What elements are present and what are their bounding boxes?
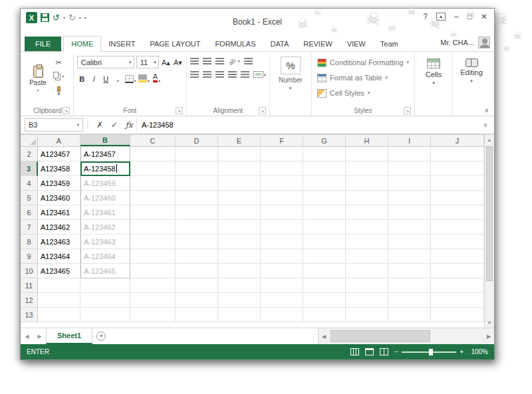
cell-B9[interactable]: A-123464 bbox=[80, 249, 130, 264]
name-box[interactable]: B3 ▾ bbox=[25, 118, 83, 132]
column-header-G[interactable]: G bbox=[303, 135, 346, 146]
cell-C12[interactable] bbox=[130, 293, 176, 308]
cell-C10[interactable] bbox=[130, 264, 176, 278]
cell-J12[interactable] bbox=[431, 293, 484, 308]
row-header-2[interactable]: 2 bbox=[21, 147, 38, 161]
wrap-text-button[interactable] bbox=[244, 58, 253, 64]
help-button[interactable]: ? bbox=[423, 12, 428, 21]
scroll-up-icon[interactable]: ▲ bbox=[485, 135, 494, 145]
normal-view-button[interactable] bbox=[350, 348, 359, 355]
row-header-11[interactable]: 11 bbox=[21, 278, 38, 293]
minimize-button[interactable]: – bbox=[454, 12, 459, 21]
tab-insert[interactable]: INSERT bbox=[101, 37, 142, 51]
cell-F2[interactable] bbox=[261, 147, 303, 161]
tab-split-handle[interactable]: ⋮ bbox=[310, 328, 318, 344]
cell-A11[interactable] bbox=[38, 278, 80, 293]
cell-D13[interactable] bbox=[176, 308, 218, 322]
enter-button[interactable]: ✓ bbox=[107, 118, 122, 132]
alignment-dialog-launcher[interactable]: ↘ bbox=[259, 107, 266, 114]
ribbon-display-options-button[interactable]: ▴ bbox=[436, 13, 446, 21]
cell-H11[interactable] bbox=[346, 278, 388, 293]
cell-A2[interactable]: A123457 bbox=[38, 147, 80, 161]
cell-D11[interactable] bbox=[176, 278, 218, 293]
cell-G6[interactable] bbox=[303, 205, 346, 220]
cell-G4[interactable] bbox=[303, 176, 346, 191]
cell-B3[interactable]: A-123458 bbox=[80, 161, 130, 176]
cell-J4[interactable] bbox=[431, 176, 484, 191]
cell-I13[interactable] bbox=[388, 308, 431, 322]
cell-G12[interactable] bbox=[303, 293, 346, 308]
cell-A7[interactable]: A123462 bbox=[38, 220, 80, 235]
cell-I2[interactable] bbox=[388, 147, 431, 161]
cell-B8[interactable]: A-123463 bbox=[80, 235, 130, 249]
cell-A6[interactable]: A123461 bbox=[38, 205, 80, 220]
tab-formulas[interactable]: FORMULAS bbox=[207, 37, 263, 51]
cell-I5[interactable] bbox=[388, 191, 431, 205]
select-all-corner[interactable] bbox=[21, 135, 38, 146]
cell-H7[interactable] bbox=[346, 220, 388, 235]
cell-G8[interactable] bbox=[303, 235, 346, 249]
cell-D12[interactable] bbox=[176, 293, 218, 308]
undo-dropdown-icon[interactable]: ▾ bbox=[63, 15, 65, 20]
cell-F5[interactable] bbox=[261, 191, 303, 205]
clipboard-dialog-launcher[interactable]: ↘ bbox=[63, 107, 70, 114]
decrease-font-button[interactable]: A▾ bbox=[173, 56, 183, 68]
cell-F12[interactable] bbox=[261, 293, 303, 308]
cell-B2[interactable]: A-123457 bbox=[80, 147, 130, 161]
increase-indent-button[interactable] bbox=[241, 71, 249, 78]
save-button[interactable] bbox=[41, 13, 49, 22]
account-area[interactable]: Mr. CHA... bbox=[440, 37, 494, 51]
row-header-9[interactable]: 9 bbox=[21, 249, 38, 264]
cell-G9[interactable] bbox=[303, 249, 346, 264]
cell-B4[interactable]: A-123459 bbox=[80, 176, 130, 191]
cell-J7[interactable] bbox=[431, 220, 484, 235]
cell-I4[interactable] bbox=[388, 176, 431, 191]
cell-H12[interactable] bbox=[346, 293, 388, 308]
cell-E8[interactable] bbox=[218, 235, 261, 249]
zoom-level[interactable]: 100% bbox=[469, 348, 488, 355]
underline-button[interactable]: U bbox=[101, 72, 111, 84]
cell-I3[interactable] bbox=[388, 161, 431, 176]
cell-E4[interactable] bbox=[218, 176, 261, 191]
tab-page-layout[interactable]: PAGE LAYOUT bbox=[142, 37, 207, 51]
borders-button[interactable]: ▾ bbox=[125, 72, 136, 84]
cell-F8[interactable] bbox=[261, 235, 303, 249]
cell-J11[interactable] bbox=[431, 278, 484, 293]
cell-H13[interactable] bbox=[346, 308, 388, 322]
cells-button[interactable]: Cells ▾ bbox=[418, 53, 449, 116]
italic-button[interactable]: I bbox=[89, 72, 99, 84]
styles-dialog-launcher[interactable]: ↘ bbox=[404, 107, 411, 114]
cell-I12[interactable] bbox=[388, 293, 431, 308]
cell-F11[interactable] bbox=[261, 278, 303, 293]
align-right-button[interactable] bbox=[215, 71, 224, 78]
cell-E5[interactable] bbox=[218, 191, 261, 205]
font-name-select[interactable]: Calibri ▾ bbox=[77, 56, 134, 68]
page-layout-view-button[interactable] bbox=[365, 348, 374, 355]
decrease-indent-button[interactable] bbox=[228, 71, 237, 78]
cell-I6[interactable] bbox=[388, 205, 431, 220]
zoom-out-button[interactable]: − bbox=[394, 348, 398, 355]
tab-data[interactable]: DATA bbox=[263, 37, 297, 51]
cell-C9[interactable] bbox=[130, 249, 176, 264]
cell-F3[interactable] bbox=[261, 161, 303, 176]
tab-review[interactable]: REVIEW bbox=[296, 37, 339, 51]
zoom-slider[interactable] bbox=[402, 351, 456, 353]
cell-D7[interactable] bbox=[176, 220, 218, 235]
cell-H6[interactable] bbox=[346, 205, 388, 220]
cell-F6[interactable] bbox=[261, 205, 303, 220]
previous-sheet-button[interactable]: ◀ bbox=[21, 328, 33, 344]
copy-button[interactable]: ▾ bbox=[52, 70, 65, 81]
cell-G10[interactable] bbox=[303, 264, 346, 278]
column-header-C[interactable]: C bbox=[130, 135, 176, 146]
next-sheet-button[interactable]: ▶ bbox=[33, 328, 46, 344]
tab-file[interactable]: FILE bbox=[25, 37, 61, 51]
column-header-D[interactable]: D bbox=[176, 135, 218, 146]
column-header-B[interactable]: B bbox=[80, 135, 130, 146]
cell-H10[interactable] bbox=[346, 264, 388, 278]
font-color-button[interactable]: A▾ bbox=[152, 72, 162, 84]
cell-D4[interactable] bbox=[176, 176, 218, 191]
scroll-right-icon[interactable]: ▶ bbox=[483, 328, 494, 344]
cell-B12[interactable] bbox=[80, 293, 130, 308]
maximize-button[interactable]: □ bbox=[467, 12, 472, 21]
row-header-13[interactable]: 13 bbox=[21, 308, 38, 322]
